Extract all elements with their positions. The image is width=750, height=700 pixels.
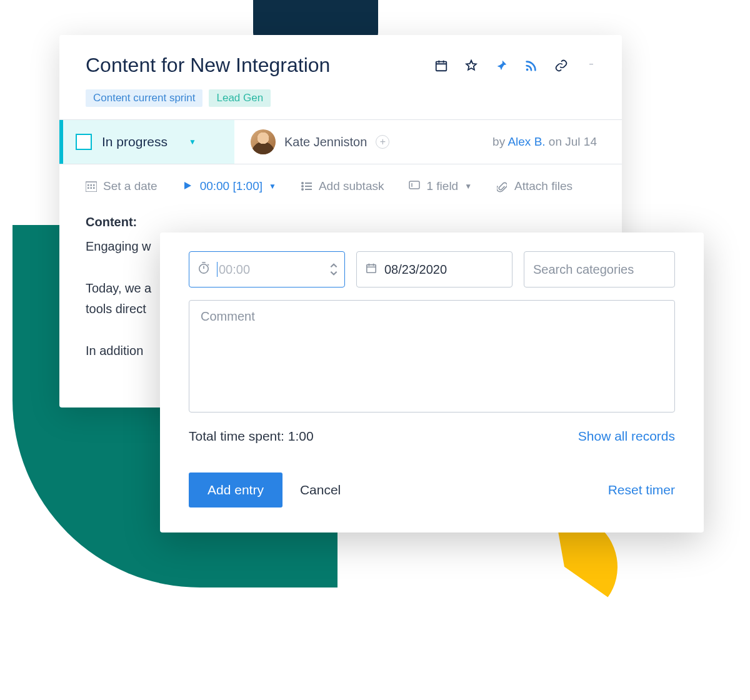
list-icon [301, 181, 312, 192]
time-entry-popup: 00:00 08/23/2020 Search categories Comme… [160, 232, 704, 532]
popup-buttons: Add entry Cancel Reset timer [189, 472, 675, 508]
set-date-label: Set a date [103, 179, 158, 193]
show-all-records-link[interactable]: Show all records [578, 429, 675, 444]
comment-placeholder: Comment [201, 309, 255, 323]
avatar[interactable] [251, 129, 276, 154]
add-subtask-label: Add subtask [319, 179, 384, 193]
paperclip-icon [497, 181, 508, 192]
on-date: on Jul 14 [546, 135, 597, 148]
svg-rect-9 [88, 188, 89, 189]
actions-row: Set a date 00:00 [1:00] ▼ Add subtask 1 … [59, 164, 622, 208]
category-input[interactable]: Search categories [524, 251, 675, 288]
more-icon[interactable] [584, 59, 598, 72]
svg-rect-10 [91, 188, 92, 189]
link-icon[interactable] [554, 59, 568, 72]
fields-action[interactable]: 1 field ▼ [409, 179, 472, 193]
timer-label: 00:00 [1:00] [200, 179, 262, 193]
complete-checkbox[interactable] [76, 134, 92, 150]
task-title: Content for New Integration [86, 54, 330, 77]
comment-input[interactable]: Comment [189, 300, 675, 412]
assignee-block: Kate Jenniston + [234, 129, 492, 154]
calendar-grid-icon [86, 181, 97, 192]
field-icon [409, 181, 420, 192]
svg-rect-7 [91, 184, 92, 186]
chevron-down-icon: ▼ [269, 182, 276, 191]
calendar-icon [366, 262, 377, 277]
chevron-down-icon: ▼ [464, 182, 472, 191]
assignee-name[interactable]: Kate Jenniston [284, 135, 367, 149]
rss-icon[interactable] [524, 59, 538, 72]
svg-rect-17 [367, 264, 376, 272]
text-cursor [217, 262, 218, 277]
svg-point-2 [589, 64, 590, 64]
category-placeholder: Search categories [533, 262, 634, 277]
calendar-icon[interactable] [434, 59, 448, 72]
tag-lead[interactable]: Lead Gen [209, 89, 271, 107]
total-time-label: Total time spent: 1:00 [189, 429, 314, 444]
cancel-button[interactable]: Cancel [300, 482, 341, 498]
svg-point-1 [526, 68, 529, 71]
task-header: Content for New Integration [59, 35, 622, 87]
attach-label: Attach files [514, 179, 572, 193]
svg-rect-8 [93, 184, 95, 186]
svg-point-12 [302, 182, 303, 184]
attach-action[interactable]: Attach files [497, 179, 572, 193]
svg-rect-6 [88, 184, 89, 186]
svg-rect-15 [409, 181, 419, 189]
svg-point-16 [199, 264, 208, 272]
add-subtask-action[interactable]: Add subtask [301, 179, 384, 193]
svg-point-4 [592, 64, 592, 64]
star-icon[interactable] [464, 59, 478, 72]
svg-rect-0 [436, 61, 447, 71]
svg-point-3 [591, 64, 591, 64]
time-input[interactable]: 00:00 [189, 251, 345, 288]
timer-action[interactable]: 00:00 [1:00] ▼ [182, 179, 276, 193]
time-placeholder: 00:00 [219, 262, 250, 277]
add-assignee-button[interactable]: + [376, 135, 389, 149]
status-label: In progress [102, 134, 168, 149]
status-row: In progress ▼ Kate Jenniston + by Alex B… [59, 119, 622, 164]
chevron-up-icon[interactable] [329, 262, 338, 269]
time-stepper[interactable] [329, 257, 338, 282]
by-prefix: by [492, 135, 508, 148]
chevron-down-icon: ▼ [189, 138, 196, 146]
svg-rect-5 [86, 182, 97, 192]
date-value: 08/23/2020 [384, 262, 447, 277]
fields-label: 1 field [426, 179, 458, 193]
date-input[interactable]: 08/23/2020 [356, 251, 512, 288]
svg-point-13 [302, 186, 303, 187]
content-heading: Content: [86, 212, 596, 232]
status-selector[interactable]: In progress ▼ [59, 120, 234, 164]
set-date-action[interactable]: Set a date [86, 179, 158, 193]
popup-inputs-row: 00:00 08/23/2020 Search categories [189, 251, 675, 288]
play-icon [182, 181, 194, 192]
reset-timer-button[interactable]: Reset timer [608, 482, 675, 498]
header-actions [434, 59, 598, 72]
svg-point-14 [302, 189, 303, 190]
svg-rect-11 [93, 188, 95, 189]
stopwatch-icon [198, 262, 209, 278]
pin-icon[interactable] [494, 59, 508, 72]
tag-sprint[interactable]: Content current sprint [86, 89, 202, 107]
total-row: Total time spent: 1:00 Show all records [189, 429, 675, 444]
add-entry-button[interactable]: Add entry [189, 472, 282, 508]
chevron-down-icon[interactable] [329, 270, 338, 276]
author-link[interactable]: Alex B. [508, 135, 545, 148]
task-meta: by Alex B. on Jul 14 [492, 135, 622, 149]
tag-row: Content current sprint Lead Gen [59, 87, 622, 119]
